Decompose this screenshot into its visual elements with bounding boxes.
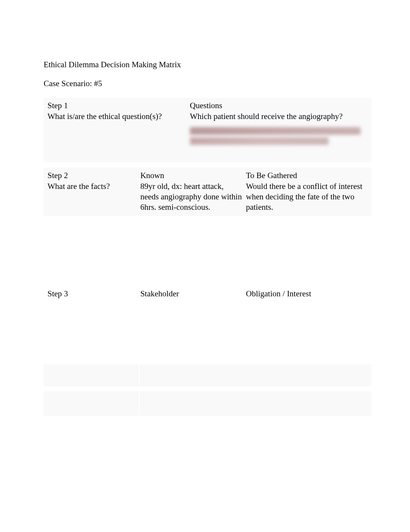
step2-known-text: 89yr old, dx: heart attack, needs angiog… xyxy=(140,181,242,212)
step1-section: Step 1 What is/are the ethical question(… xyxy=(44,98,371,161)
step3-obligation-heading: Obligation / Interest xyxy=(246,289,368,299)
step1-left: Step 1 What is/are the ethical question(… xyxy=(47,101,188,158)
step1-right: Questions Which patient should receive t… xyxy=(188,101,368,158)
step2-prompt: What are the facts? xyxy=(47,181,136,192)
step3-row-cell xyxy=(275,367,279,384)
step3-row-cell xyxy=(275,394,279,413)
column-divider xyxy=(139,364,139,386)
step1-answer: Which patient should receive the angiogr… xyxy=(190,111,368,122)
step1-prompt: What is/are the ethical question(s)? xyxy=(47,111,185,122)
blurred-text-line xyxy=(190,137,329,145)
step2-section: Step 2 What are the facts? Known 89yr ol… xyxy=(44,168,371,216)
step3-row-cell xyxy=(153,394,275,413)
step2-gathered: To Be Gathered Would there be a conflict… xyxy=(246,171,368,212)
step2-gathered-heading: To Be Gathered xyxy=(246,171,368,180)
step1-questions-heading: Questions xyxy=(190,101,368,110)
step3-row xyxy=(44,391,371,415)
step3-label: Step 3 xyxy=(47,289,140,299)
step2-label: Step 2 xyxy=(47,171,136,180)
document-page: Ethical Dilemma Decision Making Matrix C… xyxy=(0,0,410,415)
step2-gathered-text: Would there be a conflict of interest wh… xyxy=(246,181,368,212)
step3-header-row: Step 3 Stakeholder Obligation / Interest xyxy=(44,289,371,299)
step3-row-cell xyxy=(153,367,275,384)
step3-row-cell xyxy=(47,394,153,413)
case-scenario-label: Case Scenario: #5 xyxy=(44,79,371,88)
step3-stakeholder-heading: Stakeholder xyxy=(140,289,246,299)
step2-left: Step 2 What are the facts? xyxy=(47,171,140,212)
step1-label: Step 1 xyxy=(47,101,185,110)
page-title: Ethical Dilemma Decision Making Matrix xyxy=(44,60,371,70)
step3-row xyxy=(44,364,371,386)
column-divider xyxy=(139,391,139,415)
step2-known: Known 89yr old, dx: heart attack, needs … xyxy=(140,171,246,212)
step2-known-heading: Known xyxy=(140,171,242,180)
blurred-text-line xyxy=(190,127,361,135)
step3-row-cell xyxy=(47,367,153,384)
